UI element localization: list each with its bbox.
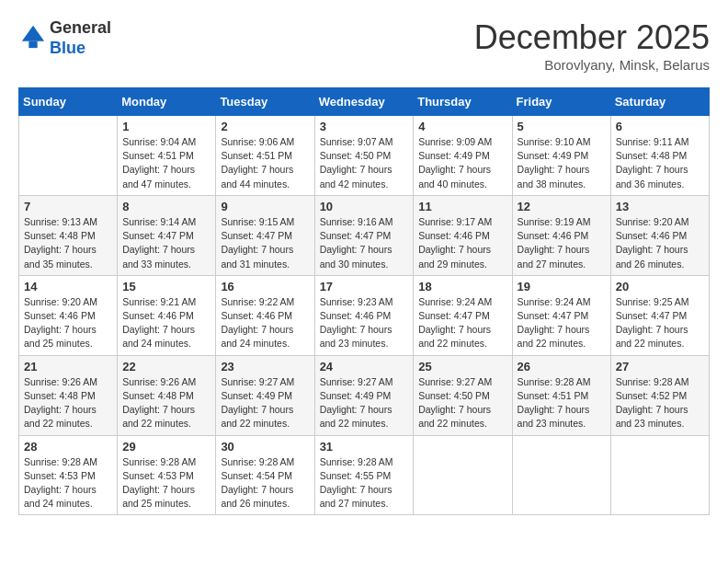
calendar-cell: 2Sunrise: 9:06 AMSunset: 4:51 PMDaylight…	[216, 116, 314, 196]
calendar-cell: 6Sunrise: 9:11 AMSunset: 4:48 PMDaylight…	[610, 116, 709, 196]
day-info: Sunrise: 9:09 AMSunset: 4:49 PMDaylight:…	[418, 135, 506, 191]
svg-marker-0	[22, 25, 44, 40]
logo-text: General Blue	[50, 18, 111, 58]
calendar-cell: 29Sunrise: 9:28 AMSunset: 4:53 PMDayligh…	[118, 435, 216, 515]
month-title: December 2025	[474, 18, 710, 57]
calendar-cell: 10Sunrise: 9:16 AMSunset: 4:47 PMDayligh…	[314, 195, 414, 275]
day-number: 26	[518, 360, 606, 373]
day-info: Sunrise: 9:28 AMSunset: 4:55 PMDaylight:…	[320, 455, 409, 511]
calendar-cell: 21Sunrise: 9:26 AMSunset: 4:48 PMDayligh…	[19, 355, 118, 435]
day-number: 21	[24, 360, 112, 373]
day-number: 20	[616, 280, 704, 293]
calendar-week-3: 14Sunrise: 9:20 AMSunset: 4:46 PMDayligh…	[19, 275, 710, 355]
calendar-cell: 24Sunrise: 9:27 AMSunset: 4:49 PMDayligh…	[314, 355, 414, 435]
calendar-cell	[414, 435, 512, 515]
calendar-cell: 7Sunrise: 9:13 AMSunset: 4:48 PMDaylight…	[19, 195, 118, 275]
day-info: Sunrise: 9:11 AMSunset: 4:48 PMDaylight:…	[616, 135, 704, 191]
day-number: 30	[221, 440, 309, 454]
day-number: 12	[518, 200, 606, 213]
day-number: 31	[320, 440, 409, 454]
day-number: 3	[320, 120, 409, 133]
calendar-cell: 4Sunrise: 9:09 AMSunset: 4:49 PMDaylight…	[414, 116, 512, 196]
day-number: 18	[418, 280, 506, 293]
day-info: Sunrise: 9:20 AMSunset: 4:46 PMDaylight:…	[616, 215, 704, 271]
day-info: Sunrise: 9:13 AMSunset: 4:48 PMDaylight:…	[24, 215, 112, 271]
day-number: 17	[320, 280, 409, 293]
calendar-cell: 23Sunrise: 9:27 AMSunset: 4:49 PMDayligh…	[216, 355, 314, 435]
calendar-cell: 12Sunrise: 9:19 AMSunset: 4:46 PMDayligh…	[512, 195, 610, 275]
calendar-cell: 26Sunrise: 9:28 AMSunset: 4:51 PMDayligh…	[512, 355, 610, 435]
calendar-cell: 18Sunrise: 9:24 AMSunset: 4:47 PMDayligh…	[414, 275, 512, 355]
calendar-cell: 13Sunrise: 9:20 AMSunset: 4:46 PMDayligh…	[610, 195, 709, 275]
day-info: Sunrise: 9:04 AMSunset: 4:51 PMDaylight:…	[122, 135, 210, 191]
day-info: Sunrise: 9:20 AMSunset: 4:46 PMDaylight:…	[24, 295, 112, 351]
day-number: 1	[122, 120, 210, 133]
day-number: 13	[616, 200, 704, 213]
day-info: Sunrise: 9:17 AMSunset: 4:46 PMDaylight:…	[418, 215, 506, 271]
weekday-header-wednesday: Wednesday	[314, 88, 414, 116]
weekday-header-saturday: Saturday	[610, 88, 709, 116]
logo-icon	[20, 24, 46, 50]
day-number: 7	[24, 200, 112, 213]
weekday-header-thursday: Thursday	[414, 88, 512, 116]
day-number: 8	[122, 200, 210, 213]
weekday-header-monday: Monday	[118, 88, 216, 116]
day-info: Sunrise: 9:26 AMSunset: 4:48 PMDaylight:…	[24, 375, 112, 431]
day-number: 22	[122, 360, 210, 373]
calendar-cell: 15Sunrise: 9:21 AMSunset: 4:46 PMDayligh…	[118, 275, 216, 355]
day-info: Sunrise: 9:10 AMSunset: 4:49 PMDaylight:…	[518, 135, 606, 191]
day-info: Sunrise: 9:24 AMSunset: 4:47 PMDaylight:…	[518, 295, 606, 351]
calendar-cell: 17Sunrise: 9:23 AMSunset: 4:46 PMDayligh…	[314, 275, 414, 355]
calendar-week-2: 7Sunrise: 9:13 AMSunset: 4:48 PMDaylight…	[19, 195, 710, 275]
calendar-cell: 8Sunrise: 9:14 AMSunset: 4:47 PMDaylight…	[118, 195, 216, 275]
calendar-table: SundayMondayTuesdayWednesdayThursdayFrid…	[18, 87, 710, 515]
day-number: 25	[418, 360, 506, 373]
day-number: 29	[122, 440, 210, 454]
day-info: Sunrise: 9:27 AMSunset: 4:49 PMDaylight:…	[320, 375, 409, 431]
day-info: Sunrise: 9:27 AMSunset: 4:50 PMDaylight:…	[418, 375, 506, 431]
calendar-cell: 27Sunrise: 9:28 AMSunset: 4:52 PMDayligh…	[610, 355, 709, 435]
weekday-header-friday: Friday	[512, 88, 610, 116]
day-number: 11	[418, 200, 506, 213]
calendar-cell: 31Sunrise: 9:28 AMSunset: 4:55 PMDayligh…	[314, 435, 414, 515]
calendar-week-5: 28Sunrise: 9:28 AMSunset: 4:53 PMDayligh…	[19, 435, 710, 515]
day-number: 5	[518, 120, 606, 133]
calendar-cell	[512, 435, 610, 515]
svg-rect-1	[28, 40, 37, 47]
logo: General Blue	[18, 18, 111, 58]
day-info: Sunrise: 9:26 AMSunset: 4:48 PMDaylight:…	[122, 375, 210, 431]
location: Borovlyany, Minsk, Belarus	[474, 57, 710, 73]
day-number: 2	[221, 120, 309, 133]
day-number: 14	[24, 280, 112, 293]
day-number: 27	[616, 360, 704, 373]
calendar-cell: 3Sunrise: 9:07 AMSunset: 4:50 PMDaylight…	[314, 116, 414, 196]
calendar-cell	[19, 116, 118, 196]
calendar-cell: 1Sunrise: 9:04 AMSunset: 4:51 PMDaylight…	[118, 116, 216, 196]
day-number: 28	[24, 440, 112, 454]
day-info: Sunrise: 9:28 AMSunset: 4:53 PMDaylight:…	[24, 455, 112, 511]
calendar-cell: 16Sunrise: 9:22 AMSunset: 4:46 PMDayligh…	[216, 275, 314, 355]
calendar-cell: 9Sunrise: 9:15 AMSunset: 4:47 PMDaylight…	[216, 195, 314, 275]
day-number: 10	[320, 200, 409, 213]
title-block: December 2025 Borovlyany, Minsk, Belarus	[474, 18, 710, 73]
page-header: General Blue December 2025 Borovlyany, M…	[18, 18, 710, 73]
day-info: Sunrise: 9:28 AMSunset: 4:51 PMDaylight:…	[518, 375, 606, 431]
day-info: Sunrise: 9:06 AMSunset: 4:51 PMDaylight:…	[221, 135, 309, 191]
day-info: Sunrise: 9:14 AMSunset: 4:47 PMDaylight:…	[122, 215, 210, 271]
day-number: 19	[518, 280, 606, 293]
day-number: 24	[320, 360, 409, 373]
day-info: Sunrise: 9:25 AMSunset: 4:47 PMDaylight:…	[616, 295, 704, 351]
calendar-cell: 5Sunrise: 9:10 AMSunset: 4:49 PMDaylight…	[512, 116, 610, 196]
calendar-cell: 14Sunrise: 9:20 AMSunset: 4:46 PMDayligh…	[19, 275, 118, 355]
calendar-week-1: 1Sunrise: 9:04 AMSunset: 4:51 PMDaylight…	[19, 116, 710, 196]
day-number: 15	[122, 280, 210, 293]
day-info: Sunrise: 9:19 AMSunset: 4:46 PMDaylight:…	[518, 215, 606, 271]
day-info: Sunrise: 9:28 AMSunset: 4:52 PMDaylight:…	[616, 375, 704, 431]
day-number: 16	[221, 280, 309, 293]
day-info: Sunrise: 9:27 AMSunset: 4:49 PMDaylight:…	[221, 375, 309, 431]
weekday-header-tuesday: Tuesday	[216, 88, 314, 116]
day-info: Sunrise: 9:16 AMSunset: 4:47 PMDaylight:…	[320, 215, 409, 271]
calendar-cell: 19Sunrise: 9:24 AMSunset: 4:47 PMDayligh…	[512, 275, 610, 355]
calendar-cell: 22Sunrise: 9:26 AMSunset: 4:48 PMDayligh…	[118, 355, 216, 435]
day-info: Sunrise: 9:28 AMSunset: 4:54 PMDaylight:…	[221, 455, 309, 511]
